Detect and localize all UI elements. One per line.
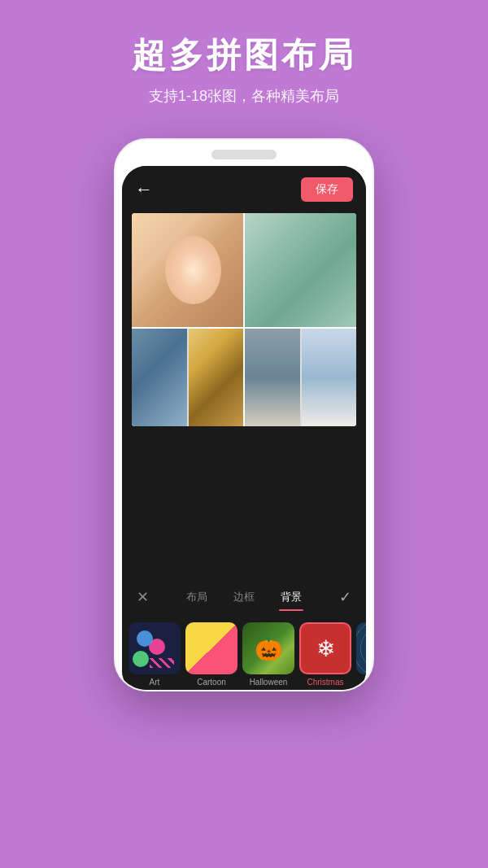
- theme-cartoon-label: Cartoon: [185, 678, 237, 687]
- collage-area: [132, 213, 356, 426]
- phone-device: ← 保存 ✕: [114, 138, 374, 691]
- toolbar-close-button[interactable]: ✕: [130, 588, 155, 606]
- tab-layout[interactable]: 布局: [173, 587, 220, 608]
- phone-mockup: ← 保存 ✕: [0, 138, 488, 691]
- theme-strip: Art Cartoon Halloween Christmas: [122, 614, 366, 691]
- theme-pattern-label: Pattern: [356, 678, 366, 687]
- theme-art[interactable]: Art: [129, 622, 181, 687]
- theme-pattern-thumb: [356, 622, 366, 674]
- bottom-toolbar: ✕ 布局 边框 背景 ✓ Art Cartoon: [122, 580, 366, 691]
- collage-cell-4: [189, 329, 244, 426]
- collage-cell-5: [245, 329, 300, 426]
- hero-subtitle: 支持1-18张图，各种精美布局: [16, 86, 472, 106]
- theme-christmas-label: Christmas: [299, 678, 351, 687]
- back-button[interactable]: ←: [135, 179, 153, 200]
- theme-halloween-thumb: [242, 622, 294, 674]
- theme-pattern[interactable]: Pattern: [356, 622, 366, 687]
- theme-art-label: Art: [129, 678, 181, 687]
- toolbar-confirm-button[interactable]: ✓: [333, 588, 358, 606]
- toolbar-tabs: ✕ 布局 边框 背景 ✓: [122, 587, 366, 608]
- hero-title: 超多拼图布局: [16, 33, 472, 78]
- phone-screen: ← 保存 ✕: [122, 166, 366, 691]
- theme-halloween-label: Halloween: [242, 678, 294, 687]
- tab-background[interactable]: 背景: [268, 587, 315, 608]
- theme-art-thumb: [129, 622, 181, 674]
- collage-cell-bottom-right: [245, 329, 356, 426]
- app-header: ← 保存: [122, 166, 366, 210]
- collage-cell-bottom-left: [132, 329, 243, 426]
- theme-cartoon[interactable]: Cartoon: [185, 622, 237, 687]
- phone-notch: [211, 150, 277, 159]
- tab-frame[interactable]: 边框: [220, 587, 268, 608]
- theme-cartoon-thumb: [185, 622, 237, 674]
- theme-christmas[interactable]: Christmas: [299, 622, 351, 687]
- theme-halloween[interactable]: Halloween: [242, 622, 294, 687]
- collage-cell-3: [132, 329, 187, 426]
- collage-cell-1: [132, 213, 243, 327]
- save-button[interactable]: 保存: [301, 177, 353, 202]
- collage-cell-6: [302, 329, 357, 426]
- collage-cell-2: [245, 213, 356, 327]
- theme-christmas-thumb: [299, 622, 351, 674]
